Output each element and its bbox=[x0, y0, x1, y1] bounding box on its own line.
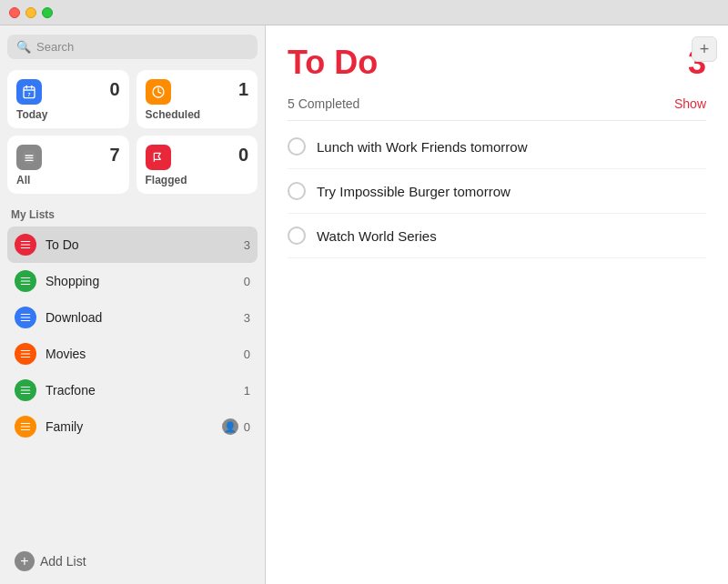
svg-text:7: 7 bbox=[28, 92, 31, 97]
list-name-shopping: Shopping bbox=[46, 274, 235, 288]
all-icon bbox=[16, 145, 42, 170]
add-list-label: Add List bbox=[40, 554, 86, 569]
svg-rect-12 bbox=[21, 247, 31, 248]
scheduled-label: Scheduled bbox=[146, 108, 249, 121]
list-name-family: Family bbox=[46, 419, 213, 434]
list-name-tracfone: Tracfone bbox=[46, 383, 235, 398]
scheduled-count: 1 bbox=[238, 79, 248, 100]
svg-rect-27 bbox=[21, 429, 31, 430]
my-lists-header: My Lists bbox=[7, 208, 258, 227]
today-count: 0 bbox=[109, 79, 119, 100]
app-container: 🔍 Search 7 0 bbox=[0, 25, 728, 584]
flagged-label: Flagged bbox=[146, 174, 249, 186]
all-count: 7 bbox=[109, 145, 119, 166]
svg-rect-8 bbox=[25, 157, 33, 158]
task-text-3: Watch World Series bbox=[317, 228, 437, 244]
shopping-badge: 0 bbox=[244, 275, 250, 288]
card-top-scheduled: 1 bbox=[146, 79, 249, 105]
download-icon bbox=[15, 307, 36, 328]
task-text-2: Try Impossible Burger tomorrow bbox=[317, 184, 511, 199]
smart-list-today[interactable]: 7 0 Today bbox=[7, 70, 129, 128]
task-list: Lunch with Work Friends tomorrow Try Imp… bbox=[288, 125, 706, 258]
list-item-shopping[interactable]: Shopping 0 bbox=[7, 263, 258, 299]
task-checkbox-1[interactable] bbox=[288, 137, 306, 156]
add-task-button[interactable]: + bbox=[692, 36, 717, 62]
traffic-lights bbox=[9, 7, 53, 18]
task-item-3[interactable]: Watch World Series bbox=[288, 214, 706, 258]
card-top-all: 7 bbox=[16, 145, 120, 170]
list-item-tracfone[interactable]: Tracfone 1 bbox=[7, 372, 258, 408]
task-checkbox-2[interactable] bbox=[288, 182, 306, 200]
minimize-button[interactable] bbox=[25, 7, 36, 18]
tracfone-icon bbox=[15, 379, 36, 401]
svg-rect-22 bbox=[21, 387, 31, 388]
svg-rect-13 bbox=[21, 277, 31, 278]
shopping-icon bbox=[15, 270, 36, 292]
all-label: All bbox=[16, 174, 120, 186]
completed-section: 5 Completed Show bbox=[288, 96, 706, 121]
smart-list-flagged[interactable]: 0 Flagged bbox=[136, 136, 258, 194]
today-label: Today bbox=[16, 108, 120, 121]
svg-rect-23 bbox=[21, 389, 31, 390]
task-item-2[interactable]: Try Impossible Burger tomorrow bbox=[288, 169, 706, 214]
svg-rect-9 bbox=[25, 160, 33, 161]
svg-rect-16 bbox=[21, 314, 31, 315]
svg-rect-24 bbox=[21, 393, 31, 394]
smart-list-scheduled[interactable]: 1 Scheduled bbox=[136, 70, 258, 128]
shared-icon: 👤 bbox=[222, 418, 238, 435]
list-item-todo[interactable]: To Do 3 bbox=[7, 227, 258, 263]
close-button[interactable] bbox=[9, 7, 20, 18]
svg-rect-18 bbox=[21, 320, 31, 321]
svg-rect-7 bbox=[25, 155, 33, 156]
list-name-todo: To Do bbox=[46, 237, 235, 252]
svg-rect-11 bbox=[21, 244, 31, 245]
flagged-icon bbox=[146, 145, 171, 170]
main-content: + To Do 3 5 Completed Show Lunch with Wo… bbox=[266, 25, 728, 584]
movies-icon bbox=[15, 343, 36, 365]
smart-lists-grid: 7 0 Today 1 S bbox=[7, 70, 258, 194]
maximize-button[interactable] bbox=[42, 7, 53, 18]
list-item-family[interactable]: Family 👤 0 bbox=[7, 408, 258, 445]
flagged-count: 0 bbox=[238, 145, 248, 166]
completed-label: 5 Completed bbox=[288, 96, 359, 111]
family-count: 0 bbox=[244, 420, 250, 434]
sidebar: 🔍 Search 7 0 bbox=[0, 25, 266, 584]
main-title: To Do bbox=[288, 44, 378, 82]
svg-rect-21 bbox=[21, 357, 31, 357]
list-name-movies: Movies bbox=[46, 347, 235, 361]
download-badge: 3 bbox=[244, 311, 250, 325]
movies-badge: 0 bbox=[244, 347, 250, 361]
today-icon: 7 bbox=[16, 79, 42, 105]
smart-list-all[interactable]: 7 All bbox=[7, 136, 129, 194]
svg-rect-17 bbox=[21, 317, 31, 317]
svg-rect-19 bbox=[21, 350, 31, 351]
search-placeholder: Search bbox=[36, 40, 74, 54]
svg-rect-26 bbox=[21, 426, 31, 427]
show-button[interactable]: Show bbox=[674, 96, 706, 111]
search-icon: 🔍 bbox=[16, 40, 31, 54]
add-list-icon: + bbox=[15, 551, 35, 571]
list-name-download: Download bbox=[46, 310, 235, 325]
main-header: To Do 3 bbox=[288, 44, 706, 82]
family-badge: 👤 0 bbox=[222, 418, 250, 435]
svg-rect-15 bbox=[21, 284, 31, 285]
svg-rect-10 bbox=[21, 241, 31, 242]
svg-rect-20 bbox=[21, 353, 31, 354]
add-list-button[interactable]: + Add List bbox=[7, 542, 258, 584]
list-items: To Do 3 Shopping 0 Download 3 bbox=[7, 227, 258, 542]
list-item-download[interactable]: Download 3 bbox=[7, 299, 258, 336]
todo-badge: 3 bbox=[244, 238, 250, 252]
task-text-1: Lunch with Work Friends tomorrow bbox=[317, 139, 527, 155]
todo-icon bbox=[15, 234, 36, 256]
list-item-movies[interactable]: Movies 0 bbox=[7, 336, 258, 372]
family-icon bbox=[15, 416, 36, 438]
card-top-today: 7 0 bbox=[16, 79, 120, 105]
tracfone-badge: 1 bbox=[244, 384, 250, 398]
task-checkbox-3[interactable] bbox=[288, 227, 306, 245]
search-bar[interactable]: 🔍 Search bbox=[7, 35, 258, 59]
svg-rect-14 bbox=[21, 280, 31, 281]
scheduled-icon bbox=[146, 79, 171, 105]
task-item-1[interactable]: Lunch with Work Friends tomorrow bbox=[288, 125, 706, 169]
card-top-flagged: 0 bbox=[146, 145, 249, 170]
title-bar bbox=[0, 0, 728, 25]
